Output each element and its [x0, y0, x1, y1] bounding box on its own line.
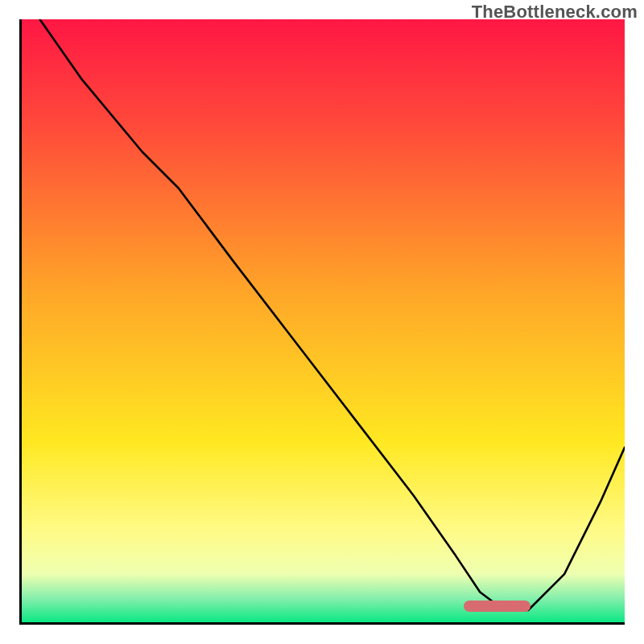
- chart-frame: TheBottleneck.com: [0, 0, 644, 644]
- watermark-text: TheBottleneck.com: [472, 2, 638, 23]
- curve-line: [22, 19, 625, 622]
- plot-area: [19, 19, 625, 625]
- optimal-marker: [464, 601, 530, 612]
